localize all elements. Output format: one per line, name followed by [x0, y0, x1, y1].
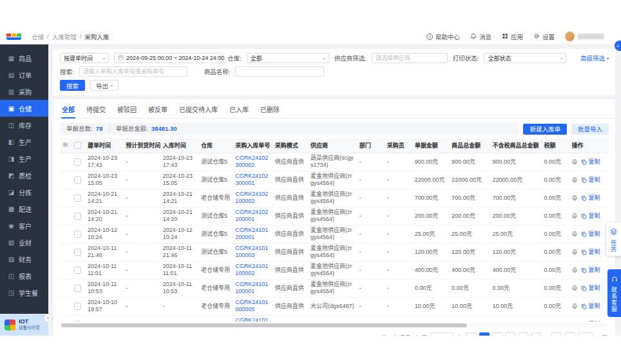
page-button-4[interactable]: 4	[518, 332, 528, 336]
print-icon[interactable]	[571, 249, 578, 255]
page-button-1[interactable]: 1	[479, 332, 490, 336]
print-status-select[interactable]: 全部状态▾	[484, 53, 566, 63]
tab-1[interactable]: 待提交	[86, 102, 106, 118]
customer-service-widget[interactable]: 联系客服	[607, 269, 621, 317]
print-icon[interactable]	[571, 231, 578, 237]
copy-button[interactable]: 复制	[581, 285, 600, 292]
copy-button[interactable]: 复制	[581, 231, 600, 238]
print-icon[interactable]	[571, 285, 578, 291]
print-icon[interactable]	[571, 213, 578, 219]
order-number-link[interactable]: CGRK24102100001	[235, 209, 268, 222]
order-number-link[interactable]: CGRK24101200001	[235, 227, 268, 240]
per-page-select[interactable]: 10▾	[430, 332, 454, 336]
order-number-link[interactable]: CGRK24101000005	[235, 299, 268, 312]
order-number-link[interactable]: CGRK241010	[235, 317, 268, 321]
row-checkbox[interactable]	[74, 195, 81, 202]
print-icon[interactable]	[571, 303, 578, 309]
page-jump-input[interactable]	[578, 332, 593, 336]
order-number-link[interactable]: CGRK24101100002	[235, 263, 268, 276]
sidebar-item-delivery[interactable]: ▩配送	[0, 200, 48, 217]
row-checkbox[interactable]	[74, 231, 81, 238]
copy-button[interactable]: 复制	[581, 303, 600, 310]
order-search-input[interactable]	[79, 66, 187, 77]
copy-button[interactable]: 复制	[581, 267, 600, 274]
breadcrumb-item-inbound-mgmt[interactable]: 入库管理	[52, 32, 77, 41]
prev-page-button[interactable]: ‹	[466, 332, 476, 336]
copy-button[interactable]: 复制	[581, 321, 600, 322]
batch-import-button[interactable]: 批量导入	[571, 124, 609, 135]
sidebar-item-inventory[interactable]: ◫库存	[0, 117, 48, 133]
print-icon[interactable]	[571, 177, 578, 183]
order-number-link[interactable]: CGRK24102100002	[235, 191, 268, 204]
sidebar-collapse-button[interactable]: «	[44, 314, 52, 322]
messages-link[interactable]: 消息	[470, 32, 492, 41]
advanced-filter-link[interactable]: 高级筛选▾	[580, 53, 609, 62]
tab-5[interactable]: 已入库	[229, 102, 249, 118]
tab-0[interactable]: 全部	[61, 102, 75, 119]
row-checkbox[interactable]	[74, 249, 81, 256]
horizontal-scrollbar[interactable]	[60, 323, 609, 328]
time-type-select[interactable]: 按建单时间▾	[60, 53, 109, 63]
row-checkbox[interactable]	[74, 158, 81, 166]
settings-link[interactable]: 设置	[533, 32, 555, 41]
tab-2[interactable]: 被驳回	[117, 102, 137, 118]
page-button-8[interactable]: 8	[551, 332, 561, 336]
sidebar-item-goods[interactable]: ▦商品	[0, 50, 48, 66]
page-button-2[interactable]: 2	[492, 332, 502, 336]
sidebar-item-sorting[interactable]: ◪分拣	[0, 184, 48, 200]
date-range-input[interactable]: 2024-09-25 00:00 ~ 2024-10-24 24:00	[114, 53, 222, 63]
order-number-link[interactable]: CGRK24102300002	[235, 155, 268, 168]
sidebar-item-purchase[interactable]: ▥采购	[0, 83, 48, 100]
copy-button[interactable]: 复制	[581, 158, 600, 166]
row-checkbox[interactable]	[74, 267, 81, 274]
page-button-5[interactable]: 5	[531, 332, 541, 336]
export-button[interactable]: 导出▾	[90, 80, 119, 91]
sidebar-item-warehouse[interactable]: ▣仓储	[0, 100, 48, 117]
next-page-button[interactable]: ›	[564, 332, 575, 336]
apps-link[interactable]: 应用	[502, 32, 523, 41]
sidebar-item-student-meal[interactable]: ◳学生餐	[0, 284, 48, 301]
tab-6[interactable]: 已删除	[260, 102, 280, 118]
print-icon[interactable]	[571, 195, 578, 201]
copy-button[interactable]: 复制	[581, 177, 600, 184]
tab-3[interactable]: 被反审	[148, 102, 168, 118]
print-icon[interactable]	[571, 267, 578, 273]
new-inbound-button[interactable]: 新建入库单	[523, 124, 567, 135]
order-number-link[interactable]: CGRK24101100003	[235, 245, 268, 258]
scrollbar-thumb[interactable]	[61, 323, 467, 327]
task-widget[interactable]: 任务	[606, 222, 621, 256]
print-icon[interactable]	[571, 158, 578, 165]
print-icon[interactable]	[571, 321, 578, 321]
search-button[interactable]: 搜索	[60, 80, 85, 91]
user-menu[interactable]	[565, 32, 604, 41]
sidebar-item-reports[interactable]: ◰报表	[0, 267, 48, 284]
sidebar-item-qc[interactable]: ◩质检	[0, 167, 48, 184]
row-checkbox[interactable]	[74, 321, 81, 321]
column-settings-icon[interactable]	[60, 139, 70, 153]
select-all-checkbox[interactable]	[74, 142, 81, 149]
supplier-filter-input[interactable]	[372, 53, 448, 63]
row-checkbox[interactable]	[74, 303, 81, 310]
sidebar-item-production-1[interactable]: ◧生产	[0, 133, 48, 150]
sidebar-item-orders[interactable]: ▤订单	[0, 66, 48, 83]
order-number-link[interactable]: CGRK24101100001	[235, 281, 268, 294]
warehouse-select[interactable]: 全部▾	[247, 53, 329, 63]
row-checkbox[interactable]	[74, 177, 81, 184]
sidebar-item-finance[interactable]: ▨财务	[0, 251, 48, 267]
copy-button[interactable]: 复制	[581, 195, 600, 202]
sidebar-item-customers[interactable]: ◉客户	[0, 217, 48, 234]
copy-button[interactable]: 复制	[581, 249, 600, 256]
row-checkbox[interactable]	[74, 285, 81, 292]
cell-amount: 22000.00元	[412, 171, 449, 189]
page-button-3[interactable]: 3	[505, 332, 515, 336]
row-checkbox[interactable]	[74, 213, 81, 220]
order-number-link[interactable]: CGRK24102300001	[235, 173, 268, 186]
tab-4[interactable]: 已提交待入库	[178, 102, 218, 118]
breadcrumb-item-warehouse[interactable]: 仓储	[32, 32, 44, 41]
copy-button[interactable]: 复制	[581, 213, 600, 220]
sidebar-item-biz-finance[interactable]: ▧业财	[0, 234, 48, 251]
right-edge-expand-tab[interactable]: «	[615, 41, 621, 51]
sidebar-item-production-2[interactable]: ◨生产	[0, 150, 48, 167]
product-name-input[interactable]	[235, 66, 324, 77]
help-center-link[interactable]: ? 帮助中心	[426, 32, 460, 41]
